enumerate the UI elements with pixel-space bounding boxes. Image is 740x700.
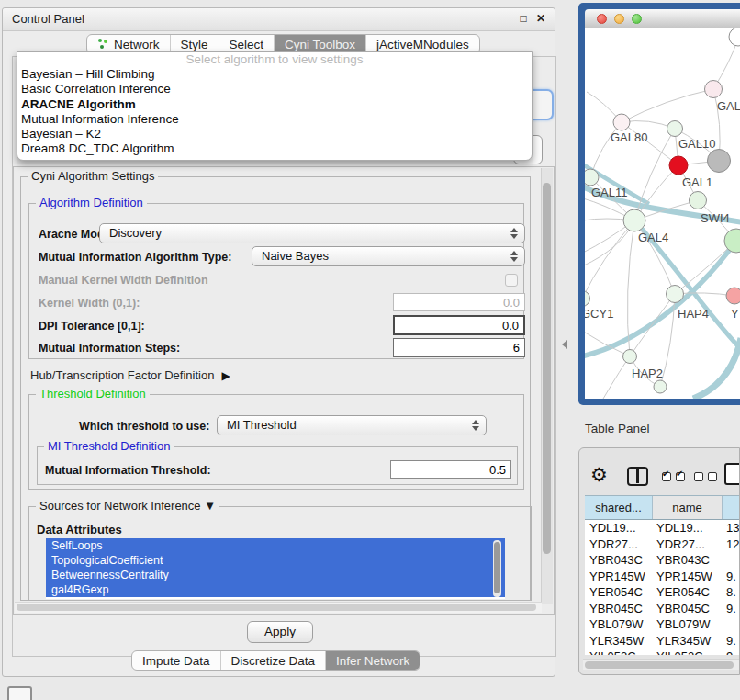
which-threshold-select[interactable]: MI Threshold xyxy=(217,415,487,435)
algorithm-dropdown-placeholder: Select algorithm to view settings xyxy=(17,52,532,67)
network-node-label: GAL80 xyxy=(611,130,647,144)
bottom-tab-impute-data[interactable]: Impute Data xyxy=(132,651,220,670)
aracne-mode-select[interactable]: Discovery xyxy=(99,223,525,243)
float-window-icon[interactable]: □ xyxy=(516,11,531,26)
close-window-icon[interactable]: ✕ xyxy=(533,11,548,26)
network-node-gcy1[interactable] xyxy=(585,291,590,307)
table-row[interactable]: YDR27...YDR27...12 xyxy=(585,536,740,553)
threshold-definition-title: Threshold Definition xyxy=(36,387,150,401)
network-node-gal4[interactable] xyxy=(623,209,645,231)
kernel-width-field[interactable]: 0.0 xyxy=(393,293,525,311)
attribute-item-gal4rgexp[interactable]: gal4RGexp xyxy=(46,582,505,597)
table-row[interactable]: YBR045CYBR045C9. xyxy=(585,601,740,617)
network-node-gal80[interactable] xyxy=(613,114,630,130)
network-tab-icon xyxy=(97,39,109,50)
mi-algorithm-type-select[interactable]: Naive Bayes xyxy=(252,246,525,266)
table-row[interactable]: YBR043CYBR043C xyxy=(585,552,740,569)
close-traffic-light-icon[interactable] xyxy=(597,14,607,24)
network-node[interactable] xyxy=(708,150,731,173)
dpi-tolerance-field[interactable]: 0.0 xyxy=(393,315,525,335)
mi-steps-field[interactable]: 6 xyxy=(393,338,525,357)
network-node-hap4[interactable] xyxy=(667,286,684,303)
horizontal-scrollbar-thumb[interactable] xyxy=(17,604,536,611)
tab-jactivemnodules[interactable]: jActiveMNodules xyxy=(365,35,479,53)
data-attributes-list[interactable]: SelfLoopsTopologicalCoefficientBetweenne… xyxy=(46,538,505,599)
bottom-tab-discretize-data[interactable]: Discretize Data xyxy=(220,651,326,670)
bottom-tabs: Impute DataDiscretize DataInfer Network xyxy=(131,650,420,671)
algorithm-option-basic-correlation-inference[interactable]: Basic Correlation Inference xyxy=(17,82,532,96)
manual-kernel-width-checkbox[interactable] xyxy=(505,274,518,287)
algorithm-option-bayesian-hill-climbing[interactable]: Bayesian – Hill Climbing xyxy=(17,67,532,82)
network-node[interactable] xyxy=(654,380,667,393)
algorithm-option-bayesian-k2[interactable]: Bayesian – K2 xyxy=(17,127,532,141)
table-row[interactable]: YPR145WYPR145W9. xyxy=(585,569,740,585)
panel-divider-arrow-icon[interactable] xyxy=(562,340,567,349)
network-node-gal1[interactable] xyxy=(669,156,688,175)
hub-transcription-factor-section[interactable]: Hub/Transcription Factor Definition▶ xyxy=(30,368,230,382)
attributes-list-scrollbar[interactable] xyxy=(493,540,501,597)
attributes-list-scrollbar-thumb[interactable] xyxy=(494,542,500,593)
mi-threshold-field[interactable]: 0.5 xyxy=(390,460,511,479)
column-header-2[interactable] xyxy=(723,496,740,519)
apply-button[interactable]: Apply xyxy=(247,621,313,643)
gear-icon[interactable]: ⚙ xyxy=(590,464,608,486)
table-horizontal-scrollbar-thumb[interactable] xyxy=(585,661,734,669)
network-node-swi4[interactable] xyxy=(724,229,740,253)
collapse-down-icon[interactable]: ▼ xyxy=(204,499,216,513)
table-cell: 9 xyxy=(723,649,740,655)
network-node[interactable] xyxy=(729,28,740,46)
table-row[interactable]: YLR345WYLR345W9. xyxy=(585,633,740,649)
table-cell: YDL19... xyxy=(653,520,723,536)
column-header-shared[interactable]: shared... xyxy=(585,496,653,519)
network-window-titlebar[interactable] xyxy=(585,9,740,28)
algorithm-option-dream8-dc-tdc-algorithm[interactable]: Dream8 DC_TDC Algorithm xyxy=(17,141,532,156)
network-node-hap2[interactable] xyxy=(623,350,637,364)
zoom-traffic-light-icon[interactable] xyxy=(632,14,642,24)
tab-select[interactable]: Select xyxy=(219,35,275,53)
attribute-item-selfloops[interactable]: SelfLoops xyxy=(46,538,505,553)
network-node-y[interactable] xyxy=(726,288,740,304)
table-horizontal-scrollbar[interactable] xyxy=(583,659,740,670)
unchecked-checkbox-icon[interactable] xyxy=(694,472,703,481)
algorithm-definition-title: Algorithm Definition xyxy=(36,196,147,209)
table-row[interactable]: YER054CYER054C8. xyxy=(585,584,740,601)
attribute-item-betweennesscentrality[interactable]: BetweennessCentrality xyxy=(46,568,505,582)
vertical-scrollbar-thumb[interactable] xyxy=(543,183,551,554)
bottom-tab-infer-network[interactable]: Infer Network xyxy=(325,651,420,670)
network-node-gal[interactable] xyxy=(705,81,723,98)
tab-network[interactable]: Network xyxy=(87,35,170,53)
sources-title-text: Sources for Network Inference xyxy=(39,499,201,513)
column-header-name[interactable]: name xyxy=(653,496,723,519)
algorithm-option-mutual-information-inference[interactable]: Mutual Information Inference xyxy=(17,112,532,127)
minimize-traffic-light-icon[interactable] xyxy=(614,14,624,24)
threshold-definition-group: Threshold Definition Which threshold to … xyxy=(28,394,524,490)
split-columns-icon[interactable] xyxy=(627,467,648,486)
expand-right-icon[interactable]: ▶ xyxy=(221,369,230,382)
document-icon[interactable] xyxy=(724,463,740,485)
vertical-scrollbar[interactable] xyxy=(541,168,553,604)
hidden-combo-fragment[interactable] xyxy=(530,89,554,120)
table-row[interactable]: YDL19...YDL19...13 xyxy=(585,520,740,536)
table-cell: YBL079W xyxy=(585,616,653,633)
kernel-width-label: Kernel Width (0,1): xyxy=(39,297,140,310)
network-node-label: GAL1 xyxy=(682,175,712,189)
table-row[interactable]: YIL052CYIL052C9 xyxy=(585,649,740,655)
checked-checkbox-icon[interactable] xyxy=(676,472,685,481)
unchecked-checkbox-icon[interactable] xyxy=(708,472,717,481)
horizontal-scrollbar[interactable] xyxy=(15,602,542,613)
table-row[interactable]: YBL079WYBL079W xyxy=(585,616,740,633)
minimized-panel-icon[interactable] xyxy=(7,686,32,700)
network-node-gal11[interactable] xyxy=(585,169,599,186)
attribute-item-topologicalcoefficient[interactable]: TopologicalCoefficient xyxy=(46,553,505,568)
network-node-label: GAL4 xyxy=(638,231,668,244)
table-cell: YER054C xyxy=(653,584,723,601)
checked-checkbox-icon[interactable] xyxy=(662,472,671,481)
table-cell: YDR27... xyxy=(653,536,723,553)
tab-cyni-toolbox[interactable]: Cyni Toolbox xyxy=(274,35,365,53)
tab-style[interactable]: Style xyxy=(170,35,219,53)
network-node[interactable] xyxy=(690,192,707,209)
network-node-gal10[interactable] xyxy=(667,121,683,137)
network-canvas[interactable]: GALGAL80GAL10GAL1GAL11SWI4GAL4GCY1HAP4YH… xyxy=(585,28,740,399)
tab-label: Select xyxy=(230,38,264,51)
algorithm-option-aracne-algorithm[interactable]: ARACNE Algorithm xyxy=(17,97,532,112)
